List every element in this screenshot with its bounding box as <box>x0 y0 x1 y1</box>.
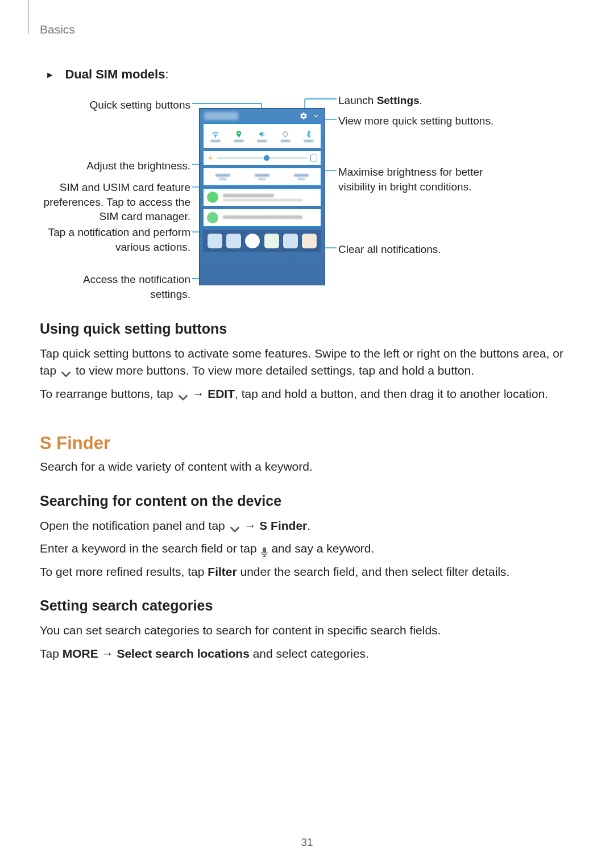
callout-clear-notifications: Clear all notifications. <box>338 242 509 257</box>
s-finder-heading: S Finder <box>40 433 574 454</box>
callout-notification-action: Tap a notification and perform various a… <box>40 225 190 254</box>
microphone-icon <box>260 545 268 555</box>
callout-maximise-brightness: Maximise brightness for better visibilit… <box>338 165 509 194</box>
chevron-down-icon <box>312 112 320 120</box>
body-text: Open the notification panel and tap → S … <box>40 517 574 534</box>
svg-point-12 <box>215 136 215 137</box>
section-label: Basics <box>40 23 75 36</box>
triangle-icon: ► <box>45 70 57 80</box>
body-text: Search for a wide variety of content wit… <box>40 458 574 475</box>
page-number: 31 <box>0 836 614 849</box>
searching-content-heading: Searching for content on the device <box>40 493 574 509</box>
body-text: Tap MORE → Select search locations and s… <box>40 645 574 662</box>
location-icon <box>235 130 243 138</box>
max-brightness-checkbox <box>310 155 317 161</box>
body-text: To get more refined results, tap Filter … <box>40 563 574 580</box>
phone-mockup <box>199 108 325 285</box>
rotate-icon <box>281 130 289 138</box>
svg-point-14 <box>209 157 211 159</box>
chevron-down-icon <box>60 367 72 377</box>
svg-line-20 <box>212 160 213 160</box>
callout-notification-settings: Access the notification settings. <box>40 272 190 301</box>
wifi-icon <box>211 130 219 138</box>
using-quick-settings-heading: Using quick setting buttons <box>40 321 574 337</box>
avatar <box>207 212 218 223</box>
callout-launch-settings: Launch Settings. <box>338 93 509 108</box>
bluetooth-icon <box>305 130 313 138</box>
dual-sim-heading: ► Dual SIM models: <box>40 67 574 82</box>
body-text: You can set search categories to search … <box>40 622 574 639</box>
callout-adjust-brightness: Adjust the brightness. <box>40 159 190 173</box>
callout-view-more-buttons: View more quick setting buttons. <box>338 114 509 128</box>
chevron-down-icon <box>177 389 189 400</box>
svg-line-19 <box>208 156 209 156</box>
svg-line-21 <box>208 160 209 160</box>
avatar <box>207 192 218 203</box>
chevron-down-icon <box>229 521 241 531</box>
svg-rect-23 <box>263 547 266 553</box>
body-text: Tap quick setting buttons to activate so… <box>40 345 574 380</box>
callout-quick-setting-buttons: Quick setting buttons <box>40 98 190 113</box>
sun-icon <box>207 155 214 161</box>
gear-icon <box>300 112 308 120</box>
body-text: To rearrange buttons, tap → EDIT, tap an… <box>40 385 574 402</box>
svg-line-22 <box>212 156 213 156</box>
setting-search-categories-heading: Setting search categories <box>40 597 574 614</box>
callout-sim-manager: SIM and USIM card feature preferences. T… <box>40 180 190 224</box>
body-text: Enter a keyword in the search field or t… <box>40 540 574 557</box>
notification-panel-diagram: Quick setting buttons Adjust the brightn… <box>40 93 574 298</box>
sound-icon <box>258 130 266 138</box>
svg-rect-13 <box>283 131 288 137</box>
